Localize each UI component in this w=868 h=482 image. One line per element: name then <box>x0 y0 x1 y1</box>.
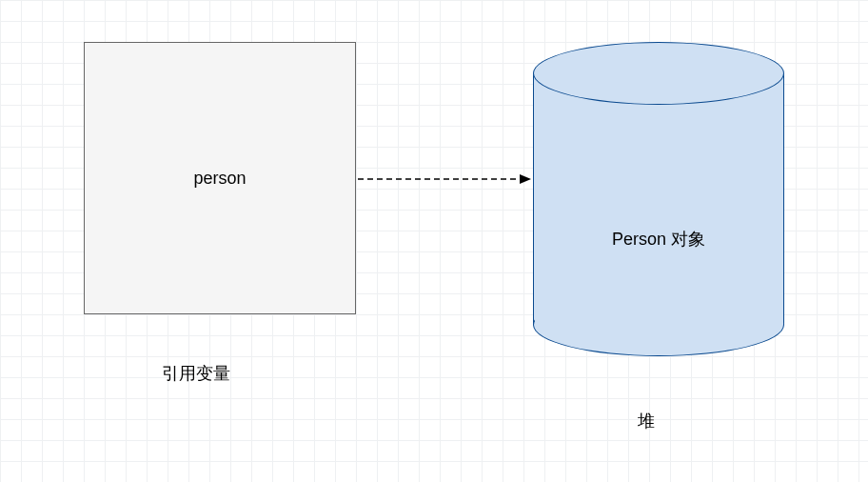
heap-cylinder: Person 对象 <box>533 42 784 356</box>
cylinder-body <box>533 73 784 325</box>
cylinder-bottom-mask <box>535 293 783 325</box>
heap-object-label: Person 对象 <box>533 228 784 251</box>
reference-arrow <box>356 171 533 187</box>
reference-variable-caption: 引用变量 <box>162 362 230 385</box>
heap-caption: 堆 <box>638 410 655 432</box>
cylinder-top <box>533 42 784 105</box>
svg-marker-1 <box>520 174 531 184</box>
reference-variable-label: person <box>193 169 246 189</box>
reference-variable-box: person <box>84 42 356 314</box>
